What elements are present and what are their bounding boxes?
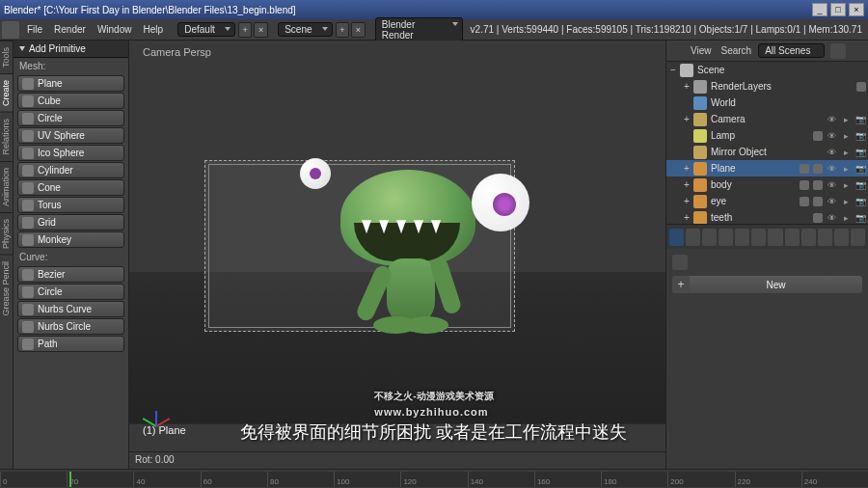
add-nurbs-circle-button[interactable]: Nurbs Circle bbox=[17, 318, 124, 335]
renderable-toggle[interactable]: 📷 bbox=[854, 211, 867, 224]
outliner-item-teeth[interactable]: +teeth👁▸📷 bbox=[666, 209, 868, 224]
prop-tab-physics[interactable] bbox=[851, 229, 865, 246]
add-nurbs-curve-button[interactable]: Nurbs Curve bbox=[17, 301, 124, 317]
prop-tab-render-layers[interactable] bbox=[686, 229, 700, 246]
add-monkey-button[interactable]: Monkey bbox=[17, 231, 124, 248]
outliner-item-camera[interactable]: +Camera👁▸📷 bbox=[666, 111, 868, 127]
screen-layout-dropdown[interactable]: Default bbox=[177, 22, 235, 37]
prop-tab-constraints[interactable] bbox=[751, 229, 766, 246]
add-plane-button[interactable]: Plane bbox=[17, 75, 124, 92]
add-uv-sphere-button[interactable]: UV Sphere bbox=[17, 127, 124, 144]
mesh-object-monster[interactable] bbox=[312, 160, 524, 353]
menu-window[interactable]: Window bbox=[92, 24, 138, 35]
outliner-item-lamp[interactable]: Lamp👁▸📷 bbox=[666, 127, 868, 144]
visibility-toggle[interactable]: 👁 bbox=[826, 146, 838, 158]
renderable-toggle[interactable]: 📷 bbox=[854, 162, 867, 175]
add-circle-button[interactable]: Circle bbox=[17, 284, 124, 300]
add-circle-button[interactable]: Circle bbox=[17, 110, 124, 126]
tab-create[interactable]: Create bbox=[0, 73, 13, 112]
renderable-toggle[interactable]: 📷 bbox=[854, 113, 867, 125]
add-layout-button[interactable]: + bbox=[238, 22, 253, 38]
visibility-toggle[interactable]: 👁 bbox=[826, 211, 838, 224]
prop-tab-particles[interactable] bbox=[834, 229, 849, 246]
add-grid-button[interactable]: Grid bbox=[17, 214, 124, 230]
expand-icon[interactable]: + bbox=[682, 81, 692, 92]
menu-render[interactable]: Render bbox=[48, 24, 92, 35]
prop-tab-object[interactable] bbox=[735, 229, 749, 246]
outliner-display-mode[interactable]: All Scenes bbox=[758, 43, 825, 58]
expand-icon[interactable]: + bbox=[682, 114, 692, 124]
outliner-item-world[interactable]: World bbox=[666, 95, 868, 111]
expand-icon[interactable]: − bbox=[668, 65, 678, 75]
outliner-editor-icon[interactable] bbox=[670, 43, 686, 59]
renderable-toggle[interactable]: 📷 bbox=[854, 178, 867, 191]
selectable-toggle[interactable]: ▸ bbox=[840, 113, 853, 125]
material-browse-button[interactable]: + bbox=[672, 276, 690, 293]
tab-relations[interactable]: Relations bbox=[0, 112, 13, 161]
outliner-item-scene[interactable]: −Scene bbox=[666, 62, 868, 78]
outliner-item-eye[interactable]: +eye👁▸📷 bbox=[666, 193, 868, 209]
add-cylinder-button[interactable]: Cylinder bbox=[17, 162, 124, 178]
expand-icon[interactable]: + bbox=[682, 196, 692, 206]
window-maximize-button[interactable]: □ bbox=[830, 3, 846, 16]
visibility-toggle[interactable]: 👁 bbox=[826, 113, 838, 125]
add-cube-button[interactable]: Cube bbox=[17, 93, 124, 109]
tab-tools[interactable]: Tools bbox=[0, 41, 13, 73]
window-close-button[interactable]: × bbox=[849, 3, 864, 16]
delete-scene-button[interactable]: × bbox=[351, 22, 366, 38]
expand-icon[interactable]: + bbox=[682, 212, 692, 223]
selectable-toggle[interactable]: ▸ bbox=[840, 195, 853, 207]
delete-layout-button[interactable]: × bbox=[254, 22, 268, 38]
expand-icon[interactable]: + bbox=[682, 163, 692, 174]
add-scene-button[interactable]: + bbox=[336, 22, 350, 38]
selectable-toggle[interactable]: ▸ bbox=[840, 129, 853, 142]
timeline-editor[interactable]: 020406080100120140160180200220240 bbox=[0, 469, 868, 488]
outliner-item-body[interactable]: +body👁▸📷 bbox=[666, 176, 868, 193]
add-ico-sphere-button[interactable]: Ico Sphere bbox=[17, 145, 124, 161]
renderable-toggle[interactable]: 📷 bbox=[854, 129, 867, 142]
tab-animation[interactable]: Animation bbox=[0, 161, 13, 212]
render-engine-dropdown[interactable]: Blender Render bbox=[375, 17, 463, 42]
selectable-toggle[interactable]: ▸ bbox=[840, 162, 853, 175]
outliner-tree[interactable]: −Scene+RenderLayersWorld+Camera👁▸📷Lamp👁▸… bbox=[666, 62, 868, 224]
add-cone-button[interactable]: Cone bbox=[17, 179, 124, 196]
outliner-item-mirror-object[interactable]: Mirror Object👁▸📷 bbox=[666, 144, 868, 160]
timeline-cursor[interactable] bbox=[69, 472, 71, 487]
prop-tab-data[interactable] bbox=[785, 229, 800, 246]
outliner-item-plane[interactable]: +Plane👁▸📷 bbox=[666, 160, 868, 176]
add-bezier-button[interactable]: Bezier bbox=[17, 266, 124, 283]
editor-type-icon[interactable] bbox=[2, 21, 19, 39]
menu-help[interactable]: Help bbox=[137, 24, 169, 35]
visibility-toggle[interactable]: 👁 bbox=[826, 162, 838, 175]
outliner-search-icon[interactable] bbox=[830, 43, 846, 59]
prop-tab-texture[interactable] bbox=[818, 229, 832, 246]
visibility-toggle[interactable]: 👁 bbox=[826, 178, 838, 191]
viewport-header[interactable]: Rot: 0.00 bbox=[129, 451, 665, 469]
add-path-button[interactable]: Path bbox=[17, 336, 124, 352]
prop-tab-world[interactable] bbox=[719, 229, 733, 246]
renderable-toggle[interactable]: 📷 bbox=[854, 195, 867, 207]
add-torus-button[interactable]: Torus bbox=[17, 197, 124, 213]
window-minimize-button[interactable]: _ bbox=[812, 3, 827, 16]
selectable-toggle[interactable]: ▸ bbox=[840, 211, 853, 224]
tab-grease-pencil[interactable]: Grease Pencil bbox=[0, 255, 13, 322]
expand-icon[interactable]: + bbox=[682, 179, 692, 190]
outliner-search-menu[interactable]: Search bbox=[717, 45, 757, 56]
scene-dropdown[interactable]: Scene bbox=[278, 22, 332, 37]
prop-tab-scene[interactable] bbox=[702, 229, 717, 246]
tab-physics[interactable]: Physics bbox=[0, 212, 13, 255]
pin-icon[interactable] bbox=[672, 255, 688, 270]
new-material-button[interactable]: New bbox=[690, 276, 862, 293]
outliner-item-renderlayers[interactable]: +RenderLayers bbox=[666, 78, 868, 95]
visibility-toggle[interactable]: 👁 bbox=[826, 129, 838, 142]
selectable-toggle[interactable]: ▸ bbox=[840, 146, 853, 158]
add-primitive-header[interactable]: Add Primitive bbox=[14, 41, 128, 58]
selectable-toggle[interactable]: ▸ bbox=[840, 178, 853, 191]
prop-tab-modifiers[interactable] bbox=[768, 229, 782, 246]
visibility-toggle[interactable]: 👁 bbox=[826, 195, 838, 207]
prop-tab-material[interactable] bbox=[801, 229, 816, 246]
outliner-view-menu[interactable]: View bbox=[686, 45, 717, 56]
renderable-toggle[interactable]: 📷 bbox=[854, 146, 867, 158]
prop-tab-render[interactable] bbox=[669, 229, 684, 246]
menu-file[interactable]: File bbox=[21, 24, 48, 35]
